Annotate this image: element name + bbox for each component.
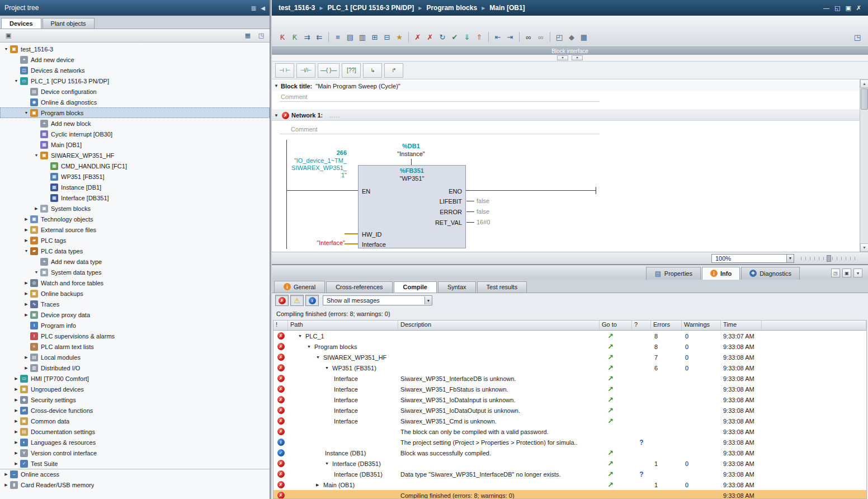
tree-expand-arrow-icon[interactable]: ▶ bbox=[22, 291, 30, 296]
tab-diagnostics[interactable]: ✚Diagnostics bbox=[741, 267, 800, 280]
interface-operand[interactable]: "Interface" bbox=[283, 239, 345, 247]
message-filter-dropdown[interactable]: Show all messages ▼ bbox=[323, 295, 432, 305]
tree-item-test-1516-3[interactable]: ▼▣test_1516-3 bbox=[0, 44, 270, 54]
tree-item-plc-supervisions-alarms[interactable]: !PLC supervisions & alarms bbox=[0, 331, 270, 341]
go-to-arrow-icon[interactable]: ↗ bbox=[607, 353, 614, 361]
tree-expand-arrow-icon[interactable]: ▶ bbox=[22, 366, 30, 370]
go-to-definition-icon[interactable]: ⇤ bbox=[492, 31, 504, 43]
tree-item-languages-resources[interactable]: ▶◐Languages & resources bbox=[0, 437, 270, 448]
monitoring-all-icon[interactable]: ∞ bbox=[535, 31, 547, 43]
message-row[interactable]: ✗The block can only be compiled with a v… bbox=[273, 426, 866, 437]
go-to-arrow-icon[interactable]: ↗ bbox=[607, 374, 614, 383]
tab-info[interactable]: iInfo bbox=[702, 267, 740, 280]
tab-compile[interactable]: Compile bbox=[394, 281, 437, 293]
coil-icon[interactable]: —( )— bbox=[318, 63, 339, 78]
expand-arrow-icon[interactable]: ▼ bbox=[298, 334, 305, 338]
message-row[interactable]: ✗▼Program blocks↗809:33:08 AM bbox=[273, 341, 866, 352]
editor-vertical-scrollbar[interactable]: ▲ ▼ bbox=[860, 79, 868, 252]
scroll-down-icon[interactable]: ▼ bbox=[860, 243, 868, 252]
block-properties-icon[interactable]: ▦ bbox=[578, 31, 590, 43]
help-question-icon[interactable]: ? bbox=[639, 439, 643, 446]
tree-item-watch-and-force-tables[interactable]: ▶◎Watch and force tables bbox=[0, 277, 270, 288]
block-interface-bar[interactable]: Block interface bbox=[272, 47, 868, 55]
tree-expand-arrow-icon[interactable]: ▶ bbox=[12, 387, 20, 392]
message-row[interactable]: ✗▼SIWAREX_WP351_HF↗709:33:08 AM bbox=[273, 352, 866, 363]
tree-expand-arrow-icon[interactable]: ▼ bbox=[32, 153, 40, 157]
column-header-go-to[interactable]: Go to bbox=[600, 321, 632, 330]
expand-panel-icon[interactable]: ▣ bbox=[842, 269, 851, 277]
go-to-arrow-icon[interactable]: ↗ bbox=[607, 459, 614, 468]
column-header-warnings[interactable]: Warnings bbox=[682, 321, 721, 330]
tree-expand-arrow-icon[interactable]: ▶ bbox=[22, 302, 30, 307]
normally-closed-contact-icon[interactable]: ⊣/⊢ bbox=[296, 63, 315, 78]
tree-item-online-diagnostics[interactable]: ◉Online & diagnostics bbox=[0, 97, 270, 107]
expand-arrow-icon[interactable]: ▼ bbox=[325, 366, 332, 370]
tree-item-local-modules[interactable]: ▶▤Local modules bbox=[0, 352, 270, 363]
tree-expand-arrow-icon[interactable]: ▶ bbox=[12, 462, 20, 466]
tree-item-plc-1-cpu-1516-3-pn-dp[interactable]: ▼▭PLC_1 [CPU 1516-3 PN/DP] bbox=[0, 76, 270, 86]
tree-item-cyclic-interrupt-ob30[interactable]: ▦Cyclic interrupt [OB30] bbox=[0, 129, 270, 139]
expand-interface-icon[interactable]: ▾ bbox=[557, 55, 568, 60]
tree-expand-arrow-icon[interactable]: ▼ bbox=[22, 111, 30, 115]
message-row[interactable]: ✗▼WP351 (FB351)↗609:33:08 AM bbox=[273, 363, 866, 373]
tree-item-device-configuration[interactable]: ▤Device configuration bbox=[0, 86, 270, 97]
collapse-panel-icon[interactable]: ◀ bbox=[261, 5, 265, 11]
chevron-down-icon[interactable]: ▼ bbox=[424, 296, 432, 304]
normally-open-contact-icon[interactable]: ⊣ ⊢ bbox=[275, 63, 294, 78]
zoom-select[interactable]: 100% ▼ bbox=[711, 254, 794, 263]
expand-arrow-icon[interactable]: ▶ bbox=[316, 483, 323, 487]
column-header-description[interactable]: Description bbox=[398, 321, 600, 330]
go-to-usage-icon[interactable]: ⇥ bbox=[504, 31, 516, 43]
hw-id-operand[interactable]: "IO_device_1~TM_SIWAREX_WP351_1" bbox=[283, 157, 347, 179]
know-how-protection-icon[interactable]: ◆ bbox=[565, 31, 578, 43]
tree-expand-arrow-icon[interactable]: ▶ bbox=[22, 228, 30, 232]
tree-item-wp351-fb351[interactable]: ▦WP351 [FB351] bbox=[0, 171, 270, 182]
db-name[interactable]: "Instance" bbox=[370, 150, 452, 158]
tree-item-technology-objects[interactable]: ▶▣Technology objects bbox=[0, 214, 270, 224]
consistency-check-icon[interactable]: ✔ bbox=[449, 31, 461, 43]
free-comments-icon[interactable]: ▥ bbox=[356, 31, 369, 43]
message-row[interactable]: ✗InterfaceSiwarex_WP351_IoDataOutput is … bbox=[273, 405, 866, 416]
fb-call-block[interactable]: %FB351 "WP351" EN ENO HW_ID Interface LI… bbox=[358, 165, 466, 248]
open-in-new-editor-icon[interactable]: ◳ bbox=[256, 31, 266, 41]
tree-item-version-control-interface[interactable]: ▶YVersion control interface bbox=[0, 448, 270, 458]
tree-item-documentation-settings[interactable]: ▶▤Documentation settings bbox=[0, 426, 270, 437]
expand-arrow-icon[interactable]: ▼ bbox=[307, 345, 314, 349]
tree-item-plc-tags[interactable]: ▶▰PLC tags bbox=[0, 235, 270, 246]
copy-snapshots-icon[interactable]: ⇉ bbox=[301, 31, 313, 43]
go-to-arrow-icon[interactable]: ↗ bbox=[607, 342, 614, 351]
tab-cross-references[interactable]: Cross-references bbox=[326, 281, 392, 293]
tree-item-cmd-handling-fc1[interactable]: ▦CMD_HANDLING [FC1] bbox=[0, 161, 270, 171]
float-panel-icon[interactable]: ◳ bbox=[831, 269, 840, 277]
column-header-item[interactable]: ! bbox=[273, 321, 288, 330]
tree-item-add-new-block[interactable]: +Add new block bbox=[0, 118, 270, 129]
maximize-icon[interactable]: ▣ bbox=[845, 4, 851, 12]
tree-expand-arrow-icon[interactable]: ▶ bbox=[12, 451, 20, 455]
breadcrumb-item-program-blocks[interactable]: Program blocks bbox=[426, 4, 477, 12]
tree-item-siwarex-wp351-hf[interactable]: ▼▣SIWAREX_WP351_HF bbox=[0, 150, 270, 161]
tree-item-devices-networks[interactable]: ◫Devices & networks bbox=[0, 65, 270, 76]
go-to-arrow-icon[interactable]: ↗ bbox=[607, 364, 614, 372]
message-row[interactable]: ✓Instance (DB1)Block was successfully co… bbox=[273, 448, 866, 458]
hw-id-value[interactable]: 266 bbox=[283, 149, 347, 157]
tree-expand-arrow-icon[interactable]: ▶ bbox=[12, 419, 20, 423]
tree-expand-arrow-icon[interactable]: ▶ bbox=[22, 238, 30, 243]
tab-plant-objects[interactable]: Plant objects bbox=[43, 18, 95, 29]
tab-general[interactable]: iGeneral bbox=[274, 281, 325, 293]
collapse-networks-icon[interactable]: ⊟ bbox=[381, 31, 393, 43]
tree-item-common-data[interactable]: ▶▣Common data bbox=[0, 416, 270, 426]
tree-item-plc-alarm-text-lists[interactable]: ≡PLC alarm text lists bbox=[0, 341, 270, 352]
dock-panel-icon[interactable]: ▥ bbox=[251, 5, 256, 11]
lad-editor[interactable]: ▼ Block title: "Main Program Sweep (Cycl… bbox=[272, 79, 868, 252]
tab-test-results[interactable]: Test results bbox=[477, 281, 527, 293]
filter-warnings-button[interactable]: ⚠ bbox=[290, 295, 304, 306]
tree-expand-arrow-icon[interactable]: ▼ bbox=[32, 270, 40, 274]
go-to-arrow-icon[interactable]: ↗ bbox=[607, 417, 614, 425]
message-row[interactable]: ✗Compiling finished (errors: 8; warnings… bbox=[273, 490, 866, 499]
tree-expand-arrow-icon[interactable]: ▼ bbox=[2, 47, 10, 51]
scrollbar-thumb[interactable] bbox=[861, 88, 868, 110]
go-to-arrow-icon[interactable]: ↗ bbox=[607, 396, 614, 404]
tree-item-system-data-types[interactable]: ▼▣System data types bbox=[0, 267, 270, 277]
tree-expand-arrow-icon[interactable]: ▶ bbox=[2, 483, 10, 487]
expand-interface-alt-icon[interactable]: ▾ bbox=[572, 55, 583, 60]
